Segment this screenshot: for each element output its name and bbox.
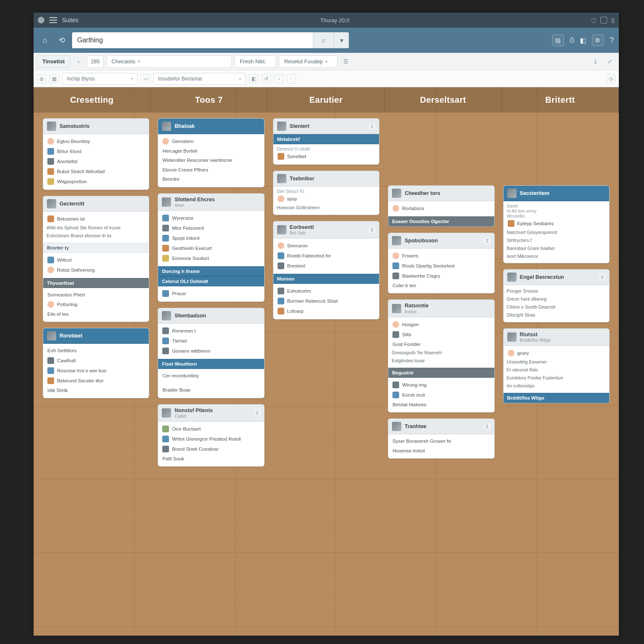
card-row[interactable]: Coler b ten xyxy=(392,281,491,290)
card-row[interactable]: Frssers xyxy=(392,251,491,261)
card-row[interactable]: Witgespretton xyxy=(47,177,145,187)
card-row[interactable]: Eshotrortrn xyxy=(277,286,376,296)
search-input[interactable] xyxy=(72,32,313,48)
kanban-card[interactable]: SfembadsonRoneresn tTterlariGorsenr witt… xyxy=(158,308,264,398)
prev-button[interactable]: ‹ xyxy=(73,56,84,68)
home-icon[interactable]: ⌂ xyxy=(39,34,51,47)
checklists-pill[interactable]: Checaists▾ xyxy=(106,55,232,68)
menu-icon[interactable] xyxy=(49,17,57,23)
kanban-card[interactable]: Sfottend EhcresseunWyrersizeMtor Fetsore… xyxy=(158,193,264,302)
card-row[interactable]: Mtor Fetsorerd xyxy=(161,223,260,233)
card-row[interactable]: Gerostern xyxy=(161,136,260,146)
card-row[interactable]: Sonelbet xyxy=(277,151,376,161)
clock-icon[interactable]: ◷ xyxy=(606,74,615,83)
card-row[interactable]: Bubst Stotctl Witrottad xyxy=(47,166,145,177)
card-row[interactable]: Lofoarp xyxy=(277,306,376,316)
kanban-card[interactable]: RiutsstBrddti/fos WitgegosryUnesottrig E… xyxy=(503,328,610,403)
card-row[interactable]: Potturiing xyxy=(47,299,145,309)
card-row[interactable]: Roneresn t xyxy=(161,326,260,336)
download-icon[interactable]: ⤓ xyxy=(589,56,601,68)
card-row[interactable]: Pallt Souk xyxy=(161,454,260,463)
from-pill[interactable]: Fresh Nikt: xyxy=(234,55,276,68)
tool-icon-1[interactable]: ◧ xyxy=(249,74,258,83)
header-icon-1[interactable]: ⎙ xyxy=(570,36,574,44)
card-row[interactable]: Silts xyxy=(392,330,491,340)
kanban-card[interactable]: BhalsakGerosternHercagte BorteitWideroli… xyxy=(158,118,264,187)
kanban-card[interactable]: EorbsentlBet Satr3SirensronRoistb Fabeor… xyxy=(273,221,379,319)
card-row[interactable]: Gorsenr wittbreon xyxy=(161,346,260,356)
settings-button[interactable]: ⚙ xyxy=(592,34,604,46)
card-row[interactable]: Bosrd Shett Ccestiosr xyxy=(161,444,260,454)
kanban-card[interactable]: Nonstsf PtlenixCadet3Oror BuctsertWritot… xyxy=(158,404,264,467)
kanban-card[interactable]: RoretieetEoh GetittiorsCawlhuttRoscese t… xyxy=(43,328,149,398)
kanban-card[interactable]: RatsontieInstonHosgonSiltsGost FootderGr… xyxy=(388,299,494,413)
sync-icon[interactable]: ⟲ xyxy=(55,34,68,47)
card-row[interactable]: Bormier Rebercck Shist xyxy=(277,296,376,306)
kanban-card[interactable]: Cheedher torsRortabizrsEeaser Oossties O… xyxy=(388,185,494,227)
tool-icon-4[interactable]: · xyxy=(287,74,296,83)
card-row[interactable]: Egtou Beunttay xyxy=(47,136,145,146)
card-row[interactable]: Wirong img xyxy=(392,380,491,390)
card-row[interactable]: Birtolat Histsres xyxy=(392,400,491,409)
card-row[interactable]: Gost Footder xyxy=(392,340,491,349)
card-row[interactable]: Bradier Boae xyxy=(161,385,260,395)
card-row[interactable]: Wyrersize xyxy=(161,213,260,223)
list-view-button[interactable]: ▤ xyxy=(552,34,564,46)
card-row[interactable]: Eits ef tes xyxy=(47,309,145,319)
dropdown-1[interactable]: Inchip Blysts▾ xyxy=(62,73,138,85)
card-row[interactable]: Syser Boranersh Grosen fe xyxy=(392,436,491,446)
tool-icon-2[interactable]: ↺ xyxy=(262,74,271,83)
card-row[interactable]: Hosgon xyxy=(392,319,491,330)
card-row[interactable]: Sirensron xyxy=(277,241,376,251)
card-row[interactable]: Bawtanrbe Cisgry xyxy=(392,271,491,281)
tool-icon-3[interactable]: › xyxy=(274,74,283,83)
card-row[interactable]: Wittcol xyxy=(47,255,145,265)
card-row[interactable]: Rortabizrs xyxy=(392,203,491,213)
kanban-card[interactable]: SamstustrisEgtou BeunttayBirtur EtordAno… xyxy=(43,118,149,190)
research-pill[interactable]: Reselut Foudep▾ xyxy=(279,55,338,68)
kanban-card[interactable]: GecternittBetosmen istWild irts Sphost S… xyxy=(43,196,149,322)
card-row[interactable]: Brestorrl xyxy=(277,261,376,271)
card-row[interactable]: Cer recontunitiny xyxy=(161,371,260,380)
card-row[interactable]: Idtk Shrtk xyxy=(47,386,145,395)
card-row[interactable]: Writot Glorergror Presttod Rotoll xyxy=(161,434,260,444)
card-row[interactable]: Prausr xyxy=(161,288,260,299)
kanban-card[interactable]: Engel Besrecstun3Ponger SnosnsGrtcer han… xyxy=(503,269,610,322)
header-icon-2[interactable]: ◧ xyxy=(580,36,586,44)
card-row[interactable]: Hosense trokot xyxy=(392,446,491,455)
card-row[interactable]: Eorob incit xyxy=(392,390,491,400)
card-row[interactable]: Wideroliter Rescorser iwertincrer xyxy=(161,156,260,165)
card-row[interactable]: Beterund Secster ittor xyxy=(47,376,145,386)
card-row[interactable]: gosry xyxy=(507,348,606,358)
card-row[interactable]: Sornesutoo Phert xyxy=(47,290,145,299)
card-row[interactable]: Tterlari xyxy=(161,336,260,346)
card-row[interactable]: Robst Sethreriorg xyxy=(47,265,145,275)
search-button[interactable]: ⌕ xyxy=(313,32,334,48)
bulb-icon[interactable]: ◍ xyxy=(37,74,46,83)
card-row[interactable]: Oror Buctsert xyxy=(161,424,260,434)
card-row[interactable]: Roscese trot e wer bos xyxy=(47,366,145,376)
kanban-card[interactable]: Spobsibsoon2FrssersRouls Opartig Seolurt… xyxy=(388,233,494,293)
card-row[interactable]: Spopt Initord xyxy=(161,233,260,243)
card-row[interactable]: Ebrore Cresre Pftrers xyxy=(161,165,260,174)
card-row[interactable]: Betosmen ist xyxy=(47,214,145,224)
card-row[interactable]: Anorteltst xyxy=(47,156,145,166)
card-row[interactable]: spsy xyxy=(277,194,376,204)
expand-icon[interactable]: ⤢ xyxy=(604,56,615,68)
tab-tinsetist[interactable]: Tinsetist xyxy=(37,55,70,68)
card-row[interactable]: Rouls Opartig Seolurtest xyxy=(392,261,491,271)
kanban-card[interactable]: Tranhtee2Syser Boranersh Grosen feHosens… xyxy=(388,418,494,459)
card-row[interactable]: Eonnons Souiturt xyxy=(161,253,260,263)
kanban-card[interactable]: TsebnibsrSter Stesct 41spsyHoesosn Golli… xyxy=(273,171,379,215)
dropdown-2[interactable]: Insuttiefor Bertantat▾ xyxy=(153,73,246,85)
card-row[interactable]: Benrdnr xyxy=(161,174,260,184)
help-icon[interactable]: ? xyxy=(610,36,614,45)
doc-icon[interactable]: ▭ xyxy=(141,74,150,83)
card-row[interactable]: Hercagte Borteit xyxy=(161,146,260,156)
card-row[interactable]: Roistb Fabeortod for xyxy=(277,251,376,261)
card-row[interactable]: Epleyp Sesbarirs xyxy=(507,218,606,229)
grid-icon[interactable]: ▦ xyxy=(49,74,59,83)
search-dropdown[interactable]: ▾ xyxy=(334,32,349,48)
filter-menu-icon[interactable]: ☰ xyxy=(340,56,352,68)
card-row[interactable]: Eoh Getittiors xyxy=(47,346,145,355)
